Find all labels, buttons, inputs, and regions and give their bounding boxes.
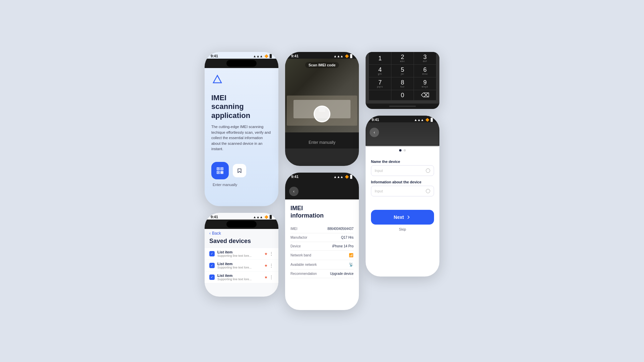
action-buttons (211, 162, 272, 179)
star-icon-3[interactable]: ★ (264, 275, 268, 280)
key-5[interactable]: 5 jkl (391, 65, 414, 77)
list-item-actions-3: ★ ⋮ (264, 275, 274, 280)
screen5-top-bg: 9:41 ▲▲▲ 🔶 ▊ ‹ (285, 173, 359, 199)
key-sub-7: pqrs (377, 85, 383, 88)
more-icon-3[interactable]: ⋮ (269, 275, 274, 280)
key-num-8: 8 (401, 79, 404, 85)
star-icon-1[interactable]: ★ (264, 252, 268, 256)
camera-viewfinder: Scan IMEI code (285, 59, 359, 132)
svg-rect-4 (221, 168, 222, 169)
status-icons-4: ▲▲▲ 🔶 ▊ (253, 215, 272, 219)
key-num-4: 4 (378, 67, 382, 73)
device-info-input[interactable]: Input (371, 186, 434, 196)
back-navigation[interactable]: ‹ Back (205, 229, 278, 238)
network-band-icon: 📶 (349, 253, 354, 257)
list-item: ✓ List item Supporting line text lore...… (205, 260, 278, 271)
time-5: 9:41 (291, 175, 299, 179)
key-4[interactable]: 4 ghi (369, 65, 391, 77)
bookmark-button[interactable] (233, 164, 246, 177)
page-indicator (366, 146, 439, 154)
enter-manually-cam[interactable]: Enter manually (309, 140, 335, 145)
info-row-device: Device iPhone 14 Pro (290, 242, 354, 251)
time-6: 9:41 (372, 118, 379, 122)
screen-imei-home: 9:41 ▲▲▲ 🔶 ▊ IMEI scanning (205, 52, 278, 206)
battery-4: ▊ (270, 215, 272, 219)
screen-imei-info: 9:41 ▲▲▲ 🔶 ▊ ‹ IMEI information IMEI 886… (285, 173, 359, 310)
info-row-available-network: Available network 📡 (290, 260, 354, 269)
next-button[interactable]: Next (371, 210, 434, 225)
app-logo (211, 73, 223, 85)
list-item: ✓ List item Supporting line text lore...… (205, 272, 278, 283)
status-icons-1: ▲▲▲ 🔶 ▊ (253, 54, 272, 58)
back-label: Back (212, 231, 221, 236)
key-num-5: 5 (401, 67, 404, 73)
enter-manually-label[interactable]: Enter manually (213, 183, 272, 187)
app-description: The cutting-edge IMEI scanning techique … (211, 124, 272, 152)
key-num-7: 7 (378, 79, 382, 85)
key-8[interactable]: 8 tuv (391, 77, 414, 90)
svg-rect-9 (222, 173, 223, 174)
key-sub-3: def (423, 60, 427, 62)
notch-pill-1 (226, 60, 257, 67)
svg-rect-5 (218, 172, 219, 173)
more-icon-2[interactable]: ⋮ (269, 263, 274, 268)
list-item-text-2: List item Supporting line text lore... (217, 262, 262, 269)
screen1-content: IMEI scanning application The cutting-ed… (205, 68, 278, 192)
checkbox-3[interactable]: ✓ (209, 275, 215, 280)
info-row-manufactor: Manufactor Q17 Hrs (290, 233, 354, 242)
key-sub-4: ghi (378, 73, 382, 75)
back-chevron: ‹ (209, 231, 211, 236)
wifi-5: 🔶 (345, 175, 349, 179)
device-info-label: Information about the device (371, 180, 434, 184)
list-item-text-1: List item Supporting line text lore... (217, 250, 262, 257)
list-item-text-3: List item Supporting line text lore... (217, 274, 262, 281)
device-name-label: Name the device (371, 160, 434, 164)
info-row-imei: IMEI 88640040564437 (290, 225, 354, 233)
time-1: 9:41 (211, 54, 218, 58)
device-name-placeholder: Input (375, 169, 383, 173)
imei-info-content: IMEI information IMEI 88640040564437 Man… (285, 199, 359, 284)
screen-keypad: 1 2 abc 3 def 4 ghi 5 jkl (366, 52, 439, 109)
screen6-top-bg: 9:41 ▲▲▲ 🔶 ▊ ‹ (366, 116, 439, 146)
svg-rect-7 (222, 171, 223, 172)
status-icons-6: ▲▲▲ 🔶 ▊ (414, 118, 433, 122)
imei-info-title: IMEI information (290, 205, 354, 219)
key-9[interactable]: 9 wxyz (414, 77, 436, 90)
bookmark-icon (237, 168, 242, 173)
key-0[interactable]: 0 (391, 90, 414, 100)
device-info-placeholder: Input (375, 189, 383, 193)
column-2: 9:41 ▲▲▲ 🔶 ▊ Scan IMEI code Enter manual… (285, 52, 359, 310)
status-bar-2: 9:41 ▲▲▲ 🔶 ▊ (285, 52, 359, 59)
svg-point-11 (426, 189, 430, 193)
screen-saved-devices: 9:41 ▲▲▲ 🔶 ▊ ‹ Back Saved devices ✓ List… (205, 213, 278, 297)
checkbox-2[interactable]: ✓ (209, 263, 215, 268)
checkbox-1[interactable]: ✓ (209, 251, 215, 256)
key-3[interactable]: 3 def (414, 52, 436, 64)
skip-label[interactable]: Skip (371, 227, 434, 231)
input-icon-1 (426, 168, 430, 173)
more-icon-1[interactable]: ⋮ (269, 251, 274, 256)
key-6[interactable]: 6 mno (414, 65, 436, 77)
scan-reticle (314, 106, 330, 122)
star-icon-2[interactable]: ★ (264, 263, 268, 268)
next-arrow-icon (406, 215, 411, 220)
column-3: 1 2 abc 3 def 4 ghi 5 jkl (366, 52, 439, 277)
device-name-input[interactable]: Input (371, 165, 434, 176)
screens-container: 9:41 ▲▲▲ 🔶 ▊ IMEI scanning (198, 45, 446, 317)
key-1[interactable]: 1 (369, 52, 391, 64)
saved-devices-title: Saved devices (205, 238, 278, 248)
keypad-grid: 1 2 abc 3 def 4 ghi 5 jkl (366, 52, 439, 104)
scan-label: Scan IMEI code (305, 62, 339, 68)
back-button-6[interactable]: ‹ (370, 128, 379, 137)
scan-qr-icon (216, 167, 224, 175)
wifi-6: 🔶 (425, 118, 429, 122)
back-button-5[interactable]: ‹ (289, 187, 299, 196)
key-delete[interactable]: ⌫ (414, 90, 436, 100)
device-form-content: Name the device Input Information about … (366, 154, 439, 237)
key-sub-9: wxyz (422, 85, 428, 88)
scan-button[interactable] (211, 162, 229, 179)
key-2[interactable]: 2 abc (391, 52, 414, 64)
key-7[interactable]: 7 pqrs (369, 77, 391, 90)
home-indicator (389, 106, 416, 107)
list-item-actions-2: ★ ⋮ (264, 263, 274, 268)
